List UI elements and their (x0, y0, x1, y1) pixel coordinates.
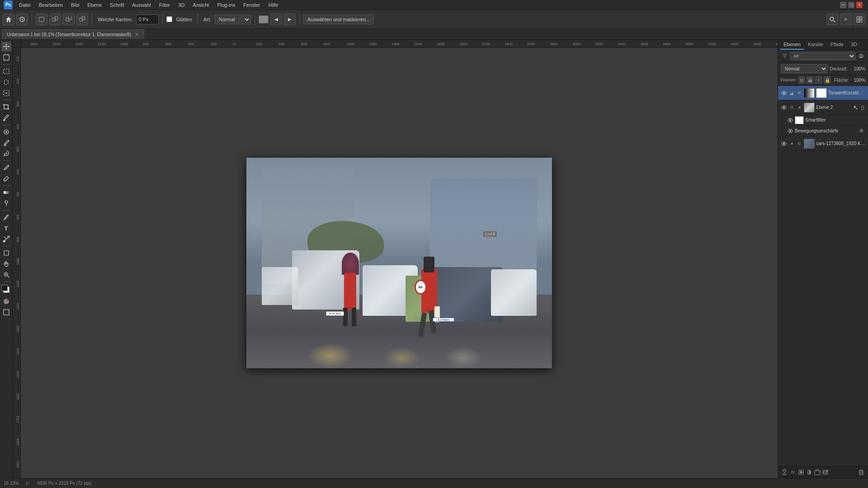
gradient-tool[interactable] (1, 188, 11, 197)
layer-visibility-tonwert[interactable] (781, 90, 787, 96)
layer-ebene2[interactable]: ⊡ ◈ Ebene 2 ↖ (778, 100, 868, 115)
foreground-color[interactable] (1, 285, 8, 291)
layer-bewegungsunschaerfe[interactable]: Bewegungsunschärfe ⚙ (778, 126, 868, 136)
recent-button[interactable] (16, 14, 28, 25)
svg-text:1400: 1400 (392, 42, 400, 46)
filter-type-select[interactable]: Art Name Effekt (790, 52, 856, 60)
auswahl-maskieren-button[interactable]: Auswählen und maskieren... (303, 14, 374, 24)
menu-schrift[interactable]: Schrift (106, 1, 127, 9)
weiche-kanten-input[interactable] (136, 14, 159, 24)
toggle-filter-btn[interactable] (857, 52, 865, 60)
layer-visibility-bewegung[interactable] (787, 128, 793, 134)
tool-sep-7 (2, 246, 10, 246)
add-mask-btn[interactable] (797, 468, 805, 476)
marquee-tool[interactable] (1, 66, 11, 76)
layer-tonwertkorrektur[interactable]: ⛓ TonwertKorrektur 1 (778, 86, 868, 100)
filter-layers-btn[interactable] (781, 52, 789, 60)
glatten-checkbox[interactable] (166, 16, 172, 22)
lock-image-btn[interactable] (807, 76, 813, 84)
menu-ebene[interactable]: Ebene (84, 1, 105, 9)
photo-canvas[interactable]: 60 B 50 SAG B 076825 CAFÉ (246, 158, 552, 368)
layer-thumb-cars[interactable] (804, 139, 815, 149)
bewegung-settings-btn[interactable]: ⚙ (857, 127, 865, 135)
zoom-tool[interactable] (1, 270, 11, 280)
pen-tool[interactable] (1, 212, 11, 222)
type-tool[interactable]: T (1, 223, 11, 233)
layer-thumb-ebene2[interactable] (804, 103, 815, 113)
quick-mask-button[interactable] (1, 296, 11, 306)
screen-mode-button[interactable] (1, 307, 11, 317)
tab-3d[interactable]: 3D (847, 40, 861, 50)
subtract-selection-btn[interactable] (63, 14, 75, 25)
blend-mode-select[interactable]: Normal Multiplizieren Abblenden (781, 64, 828, 73)
tab-ebenen[interactable]: Ebenen (780, 40, 804, 50)
layer-visibility-smartfilter[interactable] (787, 117, 793, 123)
menu-filter[interactable]: Filter (156, 1, 174, 9)
menu-auswahl[interactable]: Auswahl (128, 1, 155, 9)
spot-heal-tool[interactable] (1, 127, 11, 137)
brush-tool[interactable] (1, 138, 11, 148)
intersect-selection-btn[interactable] (76, 14, 88, 25)
color-preview[interactable] (259, 15, 269, 23)
arrow-btn[interactable]: ◀ (270, 14, 282, 25)
add-adjustment-btn[interactable] (805, 468, 813, 476)
layer-smartfilter[interactable]: Smartfilter (778, 115, 868, 126)
tab-pfade[interactable]: Pfade (827, 40, 847, 50)
workspace-button[interactable]: ≡ (840, 14, 852, 25)
dodge-tool[interactable] (1, 198, 11, 208)
document-tab[interactable]: Unbenannt-1 bei 18,1% (Tonwertkorrektur … (2, 29, 144, 39)
lock-position-btn[interactable]: + (815, 76, 822, 84)
search-button[interactable] (826, 14, 838, 25)
menu-bearbeiten[interactable]: Bearbeiten (35, 1, 66, 9)
art-select[interactable]: Normal Hinzufügen Schnittmenge (215, 14, 251, 24)
home-button[interactable] (3, 14, 14, 25)
svg-text:1500: 1500 (16, 371, 19, 378)
arrange-button[interactable] (854, 14, 865, 25)
shape-tool[interactable] (1, 248, 11, 258)
link-layers-btn[interactable] (781, 468, 789, 476)
delete-layer-btn[interactable] (857, 468, 865, 476)
arrow-btn-2[interactable]: ▶ (284, 14, 296, 25)
tab-kanaele[interactable]: Kanäle (804, 40, 827, 50)
canvas-area[interactable]: 1800 1600 1400 1200 1000 800 600 400 200… (13, 40, 778, 478)
menu-datei[interactable]: Datei (15, 1, 34, 9)
layer-visibility-ebene2[interactable] (781, 104, 787, 111)
lock-all-btn[interactable]: 🔒 (824, 76, 830, 84)
artboard-tool[interactable] (1, 52, 11, 62)
menu-3d[interactable]: 3D (175, 1, 188, 9)
menu-hilfe[interactable]: Hilfe (264, 1, 282, 9)
minimize-button[interactable]: ─ (840, 2, 846, 8)
lock-transparent-btn[interactable]: ⊠ (798, 76, 805, 84)
add-layer-btn[interactable] (821, 468, 830, 476)
move-tool[interactable] (1, 42, 11, 52)
tab-bar: Unbenannt-1 bei 18,1% (Tonwertkorrektur … (0, 29, 868, 40)
tab-close-button[interactable]: × (134, 32, 139, 37)
layer-cars-kopie[interactable]: ◈ ⊡ cars-1273808_1920 Kopie (778, 136, 868, 151)
layers-list[interactable]: ⛓ TonwertKorrektur 1 ⊡ ◈ Ebene 2 ↖ (778, 86, 868, 466)
object-selection-tool[interactable] (1, 88, 11, 98)
canvas-content[interactable]: 60 B 50 SAG B 076825 CAFÉ (21, 48, 778, 478)
crop-tool[interactable] (1, 102, 11, 112)
add-style-btn[interactable]: fx (789, 468, 797, 476)
lasso-tool[interactable] (1, 77, 11, 87)
new-selection-btn[interactable] (36, 14, 47, 25)
clone-stamp-tool[interactable] (1, 149, 11, 159)
layer-thumb-smartfilter[interactable] (795, 116, 804, 124)
maximize-button[interactable]: □ (848, 2, 854, 8)
menu-fenster[interactable]: Fenster (240, 1, 264, 9)
menu-ansicht[interactable]: Ansicht (189, 1, 212, 9)
layer-thumb-tonwert[interactable] (804, 88, 815, 98)
hand-tool[interactable] (1, 259, 11, 269)
history-brush-tool[interactable] (1, 163, 11, 173)
close-button[interactable]: × (856, 2, 863, 8)
menu-bild[interactable]: Bild (67, 1, 83, 9)
add-selection-btn[interactable] (49, 14, 61, 25)
eraser-tool[interactable] (1, 174, 11, 183)
foreground-background-colors[interactable] (1, 285, 11, 295)
path-selection-tool[interactable] (1, 234, 11, 244)
layer-visibility-cars[interactable] (781, 141, 787, 147)
menu-plugins[interactable]: Plug-ins (213, 1, 239, 9)
add-group-btn[interactable] (813, 468, 821, 476)
layer-mask-tonwert[interactable] (816, 88, 827, 98)
eyedropper-tool[interactable] (1, 113, 11, 123)
